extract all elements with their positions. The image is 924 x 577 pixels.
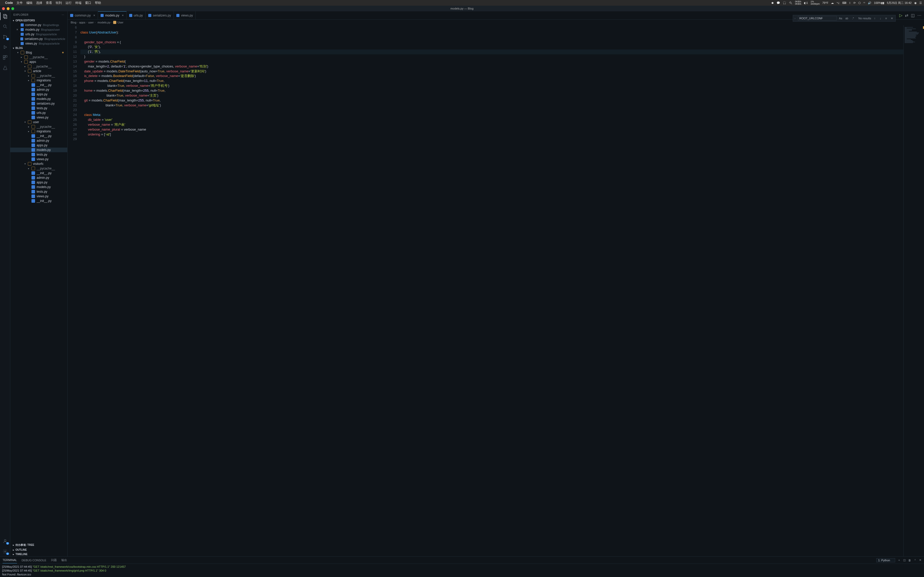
open-editor-item[interactable]: common.py Blog/settings	[10, 23, 67, 27]
kill-terminal-icon[interactable]: 🗑	[908, 559, 911, 562]
timeline-header[interactable]: ▸TIMELINE	[10, 552, 67, 556]
traffic-minimize[interactable]	[7, 7, 10, 10]
menu-terminal[interactable]: 终端	[75, 1, 81, 5]
open-editor-item[interactable]: views.py Blog/apps/article	[10, 41, 67, 46]
status-display-icon[interactable]: ⌥	[836, 1, 840, 5]
tree-folder[interactable]: ▾Blog	[10, 50, 67, 55]
close-editor-icon[interactable]: ×	[16, 28, 19, 31]
menu-run[interactable]: 运行	[66, 1, 72, 5]
close-tab-icon[interactable]: ×	[93, 14, 95, 17]
open-editors-header[interactable]: ▾OPEN EDITORS	[10, 18, 67, 23]
tree-file[interactable]: serializers.py	[10, 101, 67, 106]
menu-window[interactable]: 窗口	[85, 1, 91, 5]
tree-folder[interactable]: ▸__pycache__	[10, 55, 67, 60]
tree-folder[interactable]: ▸migrations	[10, 78, 67, 83]
tree-file[interactable]: tests.py	[10, 189, 67, 194]
activity-settings-icon[interactable]: 1	[2, 549, 8, 554]
tree-file[interactable]: apps.py	[10, 180, 67, 185]
app-name-menu[interactable]: Code	[5, 1, 13, 5]
breadcrumb-item[interactable]: user	[88, 21, 94, 24]
find-collapse-icon[interactable]: ›	[795, 17, 796, 20]
find-selection-icon[interactable]: ≡	[884, 17, 888, 20]
tree-file[interactable]: admin.py	[10, 87, 67, 92]
editor-tab[interactable]: models.py×	[98, 11, 127, 19]
activity-account-icon[interactable]: 1	[2, 538, 8, 544]
find-next-icon[interactable]: ↓	[878, 17, 882, 20]
tree-file[interactable]: views.py	[10, 115, 67, 120]
find-match-case[interactable]: Aa	[838, 16, 843, 21]
status-plug-icon[interactable]: 🔌	[789, 1, 793, 5]
run-icon[interactable]: ▷	[899, 13, 902, 18]
status-spotlight-icon[interactable]: ⬡	[858, 1, 861, 5]
status-cpu[interactable]: 1% 3409rpm	[811, 0, 820, 5]
tree-file[interactable]: tests.py	[10, 152, 67, 157]
status-control-center-icon[interactable]: ☰	[919, 1, 922, 5]
status-sync-icon[interactable]: ⟳	[853, 1, 856, 5]
open-editor-item[interactable]: urls.py Blog/apps/article	[10, 32, 67, 37]
tree-folder[interactable]: ▾visitorfc	[10, 161, 67, 166]
status-cpu-badge[interactable]: ◐1	[804, 1, 808, 5]
status-wifi-icon[interactable]: ⌔	[863, 1, 865, 4]
tree-file[interactable]: __init__.py	[10, 134, 67, 138]
todo-tree-header[interactable]: ▸待办事项: TREE	[10, 543, 67, 548]
status-volume-icon[interactable]: 🔊	[868, 1, 871, 5]
status-cloud-icon[interactable]: ☁	[831, 1, 834, 5]
code-editor[interactable]: 6789101112131415161718192021222324252627…	[68, 25, 924, 556]
status-headphones-icon[interactable]: 🎧	[783, 1, 786, 5]
traffic-fullscreen[interactable]	[11, 7, 14, 10]
tree-file[interactable]: urls.py	[10, 111, 67, 115]
status-date[interactable]: 5月25日 周二 16:42	[887, 1, 912, 5]
maximize-panel-icon[interactable]: ＾	[914, 558, 916, 562]
tree-folder[interactable]: ▸__pycache__	[10, 73, 67, 78]
tree-folder[interactable]: ▾article	[10, 69, 67, 73]
menu-go[interactable]: 转到	[56, 1, 62, 5]
activity-explorer-icon[interactable]	[2, 13, 8, 19]
status-battery[interactable]: 100% ▮▮	[874, 1, 884, 5]
tree-file[interactable]: models.py	[10, 148, 67, 152]
tree-folder[interactable]: ▸__pycache__	[10, 166, 67, 171]
tree-file[interactable]: __init__.py	[10, 83, 67, 87]
tab-more-icon[interactable]: ⋯	[917, 13, 921, 18]
tree-file[interactable]: admin.py	[10, 138, 67, 143]
status-temp[interactable]: 79°F	[822, 1, 828, 4]
tree-folder[interactable]: ▾user	[10, 120, 67, 124]
folder-header[interactable]: ▾BLOG	[10, 46, 67, 50]
tree-file[interactable]: models.py	[10, 97, 67, 101]
explorer-more-icon[interactable]: ⋯	[61, 13, 65, 16]
tree-file[interactable]: apps.py	[10, 92, 67, 97]
find-prev-icon[interactable]: ↑	[873, 17, 877, 20]
tree-folder[interactable]: ▸__pycache__	[10, 64, 67, 69]
split-terminal-icon[interactable]: ◫	[903, 558, 906, 562]
tree-file[interactable]: __init__.py	[10, 171, 67, 176]
find-widget[interactable]: › Aa ab .* No results ↑ ↓ ≡ ✕	[793, 15, 896, 22]
editor-tab[interactable]: urls.py	[127, 11, 146, 19]
find-close-icon[interactable]: ✕	[890, 17, 894, 20]
menu-edit[interactable]: 编辑	[26, 1, 32, 5]
outline-header[interactable]: ▸OUTLINE	[10, 548, 67, 552]
tree-file[interactable]: apps.py	[10, 143, 67, 148]
status-keyboard-icon[interactable]: ⌨	[842, 1, 846, 5]
menu-file[interactable]: 文件	[16, 1, 23, 5]
activity-testing-icon[interactable]	[2, 65, 8, 71]
activity-scm-icon[interactable]: 1	[2, 34, 8, 40]
tree-file[interactable]: views.py	[10, 157, 67, 161]
tree-file[interactable]: models.py	[10, 185, 67, 189]
find-input[interactable]	[798, 16, 837, 21]
activity-debug-icon[interactable]	[2, 44, 8, 50]
diff-icon[interactable]: ⇄	[905, 13, 908, 18]
breadcrumb-item[interactable]: Blog	[71, 21, 76, 24]
find-whole-word[interactable]: ab	[844, 16, 849, 21]
terminal-content[interactable]: [25/May/2021 07:44:45] "GET /static/rest…	[0, 564, 924, 577]
status-bluetooth-icon[interactable]: ᚼ	[849, 1, 851, 4]
open-editor-item[interactable]: serializers.py Blog/apps/article	[10, 37, 67, 41]
breadcrumb-item[interactable]: apps	[79, 21, 85, 24]
menu-view[interactable]: 查看	[46, 1, 52, 5]
close-tab-icon[interactable]: ×	[122, 14, 124, 17]
new-terminal-icon[interactable]: ＋	[898, 558, 901, 562]
activity-extensions-icon[interactable]	[2, 55, 8, 60]
panel-tab-output[interactable]: 输出	[61, 557, 67, 564]
breadcrumb-symbol[interactable]: User	[113, 21, 123, 24]
minimap[interactable]	[903, 25, 924, 556]
traffic-close[interactable]	[2, 7, 5, 10]
activity-search-icon[interactable]	[2, 24, 8, 29]
